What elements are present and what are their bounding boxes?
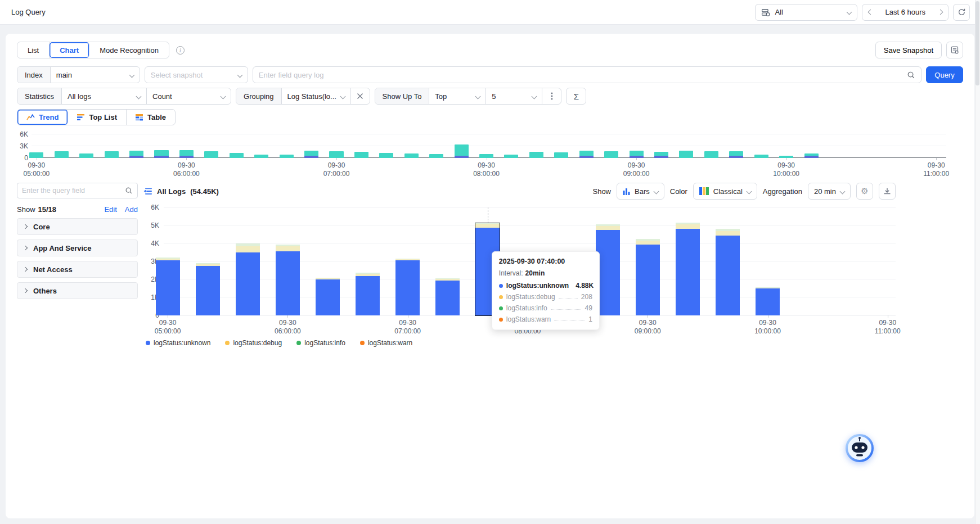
snapshot-select[interactable]: Select snapshot: [145, 67, 248, 83]
x-axis-label: 09-3009:00:00: [623, 161, 650, 178]
search-icon[interactable]: [125, 187, 133, 195]
overview-bar[interactable]: [404, 153, 419, 158]
legend-item[interactable]: logStatus:unknown: [146, 339, 210, 347]
trend-bar[interactable]: [236, 243, 260, 315]
trend-bar[interactable]: [676, 223, 700, 316]
trend-bar[interactable]: [716, 229, 740, 315]
overview-bar[interactable]: [729, 151, 743, 158]
tooltip-row: logStatus:debug208: [499, 291, 592, 302]
limit-select[interactable]: 5: [485, 88, 542, 104]
tab-mode-recognition[interactable]: Mode Recognition: [89, 42, 169, 58]
overview-bar[interactable]: [105, 151, 119, 158]
query-button[interactable]: Query: [926, 66, 963, 83]
overview-bar[interactable]: [804, 153, 819, 158]
overview-bar[interactable]: [304, 151, 318, 158]
trend-bar[interactable]: [196, 263, 220, 315]
overview-bar[interactable]: [154, 150, 168, 158]
more-options-button[interactable]: [542, 88, 561, 104]
trend-bar[interactable]: [435, 278, 460, 315]
time-range-value[interactable]: Last 6 hours: [878, 8, 932, 16]
logs-scope-select[interactable]: All logs: [62, 88, 146, 104]
metric-select[interactable]: Count: [146, 88, 231, 104]
overview-bar[interactable]: [579, 151, 594, 158]
snapshot-list-icon: [950, 46, 959, 55]
database-icon: [761, 8, 770, 17]
overview-bar[interactable]: [455, 144, 469, 158]
overview-bar[interactable]: [604, 151, 618, 158]
tab-trend[interactable]: Trend: [17, 110, 68, 125]
sigma-aggregate-button[interactable]: Σ: [566, 88, 586, 105]
edit-fields-link[interactable]: Edit: [104, 205, 116, 214]
overview-bar[interactable]: [179, 150, 194, 158]
trend-bar[interactable]: [756, 287, 780, 315]
field-query-input[interactable]: [259, 71, 907, 79]
legend-item[interactable]: logStatus:info: [296, 339, 345, 347]
remove-grouping-button[interactable]: [350, 88, 370, 104]
overview-bar[interactable]: [554, 152, 568, 159]
overview-bar[interactable]: [704, 151, 718, 158]
legend-item[interactable]: logStatus:debug: [225, 339, 282, 347]
mode-tab-group: List Chart Mode Recognition: [17, 42, 169, 58]
overview-histogram[interactable]: 03K6K: [32, 134, 946, 158]
aggregation-select[interactable]: 20 min: [808, 183, 851, 200]
chart-settings-button[interactable]: ⚙: [856, 183, 873, 200]
trend-chart-section: All Logs (54.45K) Show Bars Color Classi…: [143, 183, 963, 347]
overview-bar[interactable]: [429, 154, 443, 158]
overview-bar[interactable]: [379, 153, 393, 158]
snapshot-select-group: Select snapshot: [145, 66, 248, 83]
search-icon[interactable]: [907, 71, 915, 79]
refresh-button[interactable]: [953, 4, 970, 21]
tab-list[interactable]: List: [17, 42, 50, 58]
overview-bar[interactable]: [79, 153, 93, 158]
overview-bar[interactable]: [129, 151, 143, 158]
tab-chart[interactable]: Chart: [50, 42, 89, 58]
save-snapshot-button[interactable]: Save Snapshot: [875, 42, 942, 58]
overview-bar[interactable]: [479, 154, 493, 158]
field-group-app-and-service[interactable]: App And Service: [17, 240, 138, 256]
overview-bar[interactable]: [679, 151, 693, 158]
overview-bar[interactable]: [29, 152, 43, 158]
grouping-field-select[interactable]: Log Status(lo...: [282, 88, 350, 104]
overview-bar[interactable]: [529, 152, 543, 158]
field-group-core[interactable]: Core: [17, 218, 138, 235]
x-axis-tick: [888, 315, 888, 318]
x-axis-label: 09-3005:00:00: [155, 319, 181, 336]
trend-bar-segment: [676, 224, 700, 229]
time-next-button[interactable]: [932, 4, 948, 20]
overview-bar[interactable]: [55, 151, 69, 158]
trend-bar[interactable]: [636, 239, 660, 315]
statistics-label: Statistics: [17, 88, 62, 104]
chart-type-select[interactable]: Bars: [617, 183, 664, 200]
scrollbar[interactable]: [975, 0, 980, 524]
overview-bar[interactable]: [354, 152, 368, 158]
field-search-input[interactable]: [22, 187, 122, 195]
color-scheme-select[interactable]: Classical: [693, 183, 757, 200]
legend-item[interactable]: logStatus:warn: [360, 339, 412, 347]
overview-bar[interactable]: [630, 151, 644, 158]
add-field-link[interactable]: Add: [125, 205, 138, 214]
overview-bar[interactable]: [654, 152, 668, 158]
field-group-net-access[interactable]: Net Access: [17, 261, 138, 278]
trend-bar[interactable]: [356, 273, 380, 315]
trend-bar[interactable]: [395, 259, 420, 315]
field-group-others[interactable]: Others: [17, 282, 138, 299]
stacked-bar-chart[interactable]: 2025-09-30 07:40:00 Interval:20min logSt…: [164, 207, 896, 315]
assistant-robot-button[interactable]: [845, 433, 874, 463]
snapshot-manage-button[interactable]: [946, 42, 963, 58]
trend-bar[interactable]: [316, 278, 340, 315]
overview-bar[interactable]: [230, 153, 244, 158]
download-chart-button[interactable]: [879, 183, 896, 200]
overview-bar[interactable]: [204, 151, 218, 158]
trend-bar[interactable]: [156, 258, 180, 315]
trend-bar[interactable]: [276, 245, 300, 315]
scrollbar-thumb[interactable]: [975, 1, 979, 85]
index-select[interactable]: main: [51, 67, 140, 83]
info-icon[interactable]: i: [176, 46, 185, 55]
tab-table[interactable]: Table: [127, 110, 175, 125]
overview-bar[interactable]: [329, 151, 343, 158]
data-scope-select[interactable]: All: [755, 4, 857, 21]
trend-bar-segment: [716, 236, 740, 315]
top-direction-select[interactable]: Top: [429, 88, 485, 104]
time-prev-button[interactable]: [862, 4, 878, 20]
tab-top-list[interactable]: Top List: [68, 110, 127, 125]
